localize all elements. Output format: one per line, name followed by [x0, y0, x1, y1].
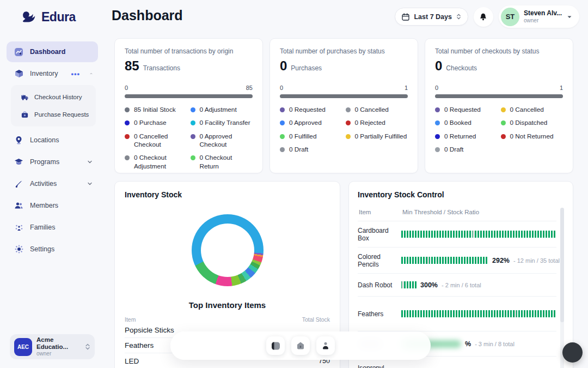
item-name: Dash Robot [358, 281, 401, 289]
stock-ratio-percent: % [465, 340, 471, 348]
card-title: Inventory Stock Control [358, 190, 564, 199]
sidebar-item-families[interactable]: Families [7, 217, 98, 238]
table-row[interactable]: Dash Robot 300% - 2 min / 6 total [358, 274, 556, 297]
activities-icon [14, 179, 23, 189]
legend-label: 0 Rejected [355, 119, 385, 127]
legend-item: 0 Purchase [125, 119, 187, 127]
item-name: Cardboard Box [358, 227, 401, 242]
stat-legend: 85 Initial Stock 0 Adjustment 0 Purchase… [125, 106, 253, 171]
stat-value: 0 [435, 58, 442, 74]
legend-label: 0 Approved Checkout [200, 132, 253, 149]
legend-item: 0 Returned [435, 132, 498, 141]
sidebar-item-members[interactable]: Members [7, 195, 98, 216]
families-icon [14, 223, 23, 232]
legend-dot [125, 155, 130, 160]
legend-dot [346, 120, 351, 125]
column-header-total-stock: Total Stock [302, 316, 330, 323]
legend-dot [191, 155, 195, 160]
item-name: Colored Pencils [358, 253, 401, 268]
legend-dot [501, 120, 506, 125]
legend-label: 0 Facility Transfer [200, 119, 250, 127]
table-row[interactable]: Cardboard Box [358, 221, 556, 248]
item-name: Feathers [358, 310, 401, 318]
sidebar-item-activities[interactable]: Activities [7, 173, 98, 194]
inventory-more-icon[interactable]: ••• [71, 70, 80, 78]
sidebar-item-purchase-requests[interactable]: Purchase Requests [11, 106, 96, 123]
legend-dot [435, 134, 440, 139]
scale-min: 0 [125, 85, 128, 91]
min-threshold-marker [514, 310, 516, 317]
legend-label: 0 Requested [444, 106, 481, 114]
legend-dot [435, 107, 440, 112]
home-icon [296, 341, 305, 350]
legend-item: 0 Requested [435, 106, 498, 114]
chevron-down-icon[interactable] [87, 181, 93, 186]
legend-dot [280, 147, 285, 152]
scrollbar-thumb[interactable] [560, 208, 564, 322]
date-range-filter[interactable]: Last 7 Days [395, 8, 468, 26]
org-switcher[interactable]: AEC Acme Educatio... owner [10, 334, 95, 359]
table-row[interactable]: Feathers [358, 297, 556, 331]
stat-cards-row: Total number of transactions by origin 8… [114, 38, 573, 173]
page-title: Dashboard [112, 8, 183, 23]
stat-progress-bar [280, 94, 408, 98]
stat-unit: Purchases [291, 64, 322, 72]
legend-label: 0 Draft [289, 146, 308, 154]
stat-value: 85 [125, 58, 139, 74]
sidebar-item-dashboard[interactable]: Dashboard [7, 41, 98, 62]
user-role: owner [524, 17, 562, 23]
legend-label: 0 Cancelled [510, 106, 544, 114]
chat-fab-button[interactable] [562, 342, 583, 363]
sidebar-item-settings[interactable]: Settings [7, 239, 98, 260]
org-avatar: AEC [14, 338, 32, 356]
sidebar-item-inventory[interactable]: Inventory ••• [7, 63, 98, 84]
legend-item: 0 Checkout Return [191, 154, 253, 171]
user-name: Steven Alv... [524, 10, 562, 17]
brand-logo[interactable]: Edura [0, 0, 105, 25]
inventory-icon [14, 69, 23, 79]
calendar-icon [402, 13, 409, 21]
legend-item: 0 Rejected [346, 119, 408, 127]
notifications-button[interactable] [474, 7, 493, 27]
stock-ratio-detail: - 12 min / 35 total [513, 257, 560, 264]
sidebar-item-checkout-history[interactable]: Checkout History [11, 88, 96, 106]
user-menu[interactable]: ST Steven Alv... owner [499, 5, 579, 28]
legend-item: 0 Cancelled [501, 106, 564, 114]
org-role: owner [36, 351, 81, 357]
inventory-submenu: Checkout History Purchase Requests [11, 85, 96, 126]
programs-icon [14, 158, 23, 167]
table-row[interactable]: Colored Pencils 292% - 12 min / 35 total [358, 248, 556, 274]
chevron-down-icon[interactable] [87, 159, 93, 165]
legend-item: 0 Draft [435, 146, 498, 154]
duck-logo-icon [21, 9, 37, 25]
members-icon [14, 201, 23, 210]
stat-card-checkouts: Total number of checkouts by status 0 Ch… [425, 38, 573, 173]
checkout-history-icon [21, 93, 29, 101]
sidebar-layout-icon [271, 341, 280, 351]
legend-dot [346, 107, 351, 112]
chevron-up-icon[interactable] [90, 71, 93, 76]
profile-button[interactable] [316, 336, 335, 355]
select-updown-icon [456, 13, 461, 20]
sidebar-item-locations[interactable]: Locations [7, 130, 98, 150]
stat-value: 0 [280, 58, 287, 74]
legend-dot [125, 107, 130, 112]
stat-legend: 0 Requested 0 Cancelled 0 Approved 0 Rej… [280, 106, 408, 154]
inventory-stock-donut-chart[interactable] [192, 214, 264, 286]
sidebar-item-programs[interactable]: Programs [7, 152, 98, 172]
toggle-sidebar-button[interactable] [266, 336, 285, 355]
sidebar: Edura Dashboard Inventory ••• Checkout H… [0, 0, 105, 368]
item-name: Popsicle Sticks [125, 326, 174, 334]
legend-label: 0 Cancelled Checkout [134, 132, 187, 149]
legend-dot [191, 120, 195, 125]
home-button[interactable] [291, 336, 310, 355]
sidebar-item-label: Dashboard [30, 48, 65, 56]
sidebar-item-label: Purchase Requests [34, 111, 89, 118]
legend-item: 85 Initial Stock [125, 106, 187, 114]
sidebar-item-label: Members [30, 202, 58, 209]
legend-item: 0 Checkout Adjustment [125, 154, 187, 171]
legend-dot [435, 120, 440, 125]
user-icon [321, 341, 330, 350]
org-name: Acme Educatio... [36, 336, 81, 351]
item-name: LED [125, 357, 139, 365]
